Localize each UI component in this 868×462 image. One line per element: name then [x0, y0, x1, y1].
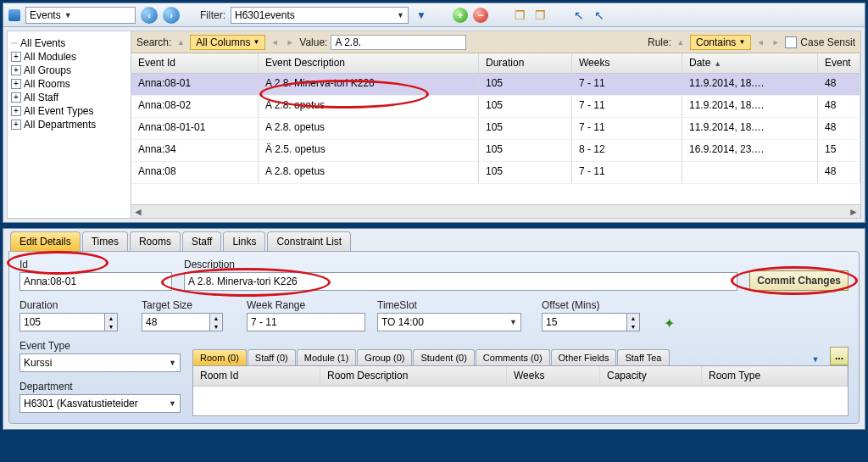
col-room-capacity[interactable]: Capacity	[600, 366, 702, 386]
col-room-id[interactable]: Room Id	[193, 366, 320, 386]
tree-item[interactable]: +All Staff	[11, 91, 127, 104]
tree-item[interactable]: +All Groups	[11, 64, 127, 77]
offset-input[interactable]	[542, 313, 626, 331]
tree-item-label: All Rooms	[24, 78, 70, 90]
rule-label: Rule:	[648, 36, 671, 48]
triangle-up-icon[interactable]: ▲	[675, 36, 687, 48]
star-icon[interactable]: ✦	[664, 315, 675, 331]
tab-constraint-list[interactable]: Constraint List	[267, 231, 351, 251]
duration-spinner[interactable]: ▲▼	[104, 313, 118, 331]
tab-edit-details[interactable]: Edit Details	[10, 231, 81, 251]
tab-rooms[interactable]: Rooms	[130, 231, 181, 251]
tab-overflow-icon[interactable]: ▼	[810, 353, 821, 365]
col-date[interactable]: Date▲	[682, 53, 818, 73]
tab-links[interactable]: Links	[223, 231, 265, 251]
nav-back-button[interactable]: ‹	[141, 7, 158, 24]
case-checkbox[interactable]	[785, 36, 797, 48]
col-room-desc[interactable]: Room Description	[320, 366, 507, 386]
pointer-next-icon[interactable]: ↖	[592, 8, 607, 23]
expand-icon[interactable]: +	[11, 79, 21, 89]
commit-changes-button[interactable]: Commit Changes	[749, 270, 849, 291]
subtab[interactable]: Staff Tea	[617, 349, 669, 365]
pointer-icon[interactable]: ↖	[571, 8, 587, 23]
subtab[interactable]: Room (0)	[192, 349, 247, 365]
duration-input[interactable]	[19, 313, 104, 331]
filter-selector[interactable]: H6301events ▼	[231, 7, 409, 24]
tree-item[interactable]: +All Rooms	[11, 77, 127, 91]
rule-selector[interactable]: Contains▼	[690, 35, 751, 50]
horizontal-scrollbar[interactable]: ◄►	[131, 204, 860, 218]
description-input[interactable]	[184, 272, 737, 291]
tab-times[interactable]: Times	[82, 231, 128, 251]
id-input[interactable]	[19, 272, 172, 291]
main-toolbar: Events ▼ ‹ › Filter: H6301events ▼ ▼ + −…	[3, 3, 865, 27]
col-room-weeks[interactable]: Weeks	[507, 366, 600, 386]
table-row[interactable]: Anna:08-01-01A 2.8. opetus1057 - 1111.9.…	[131, 118, 860, 140]
filter-label: Filter:	[200, 9, 225, 21]
paste-icon[interactable]: ❐	[532, 8, 548, 23]
subtab[interactable]: Comments (0)	[476, 349, 550, 365]
col-room-type[interactable]: Room Type	[702, 366, 848, 386]
tree-item-label: All Modules	[24, 51, 76, 63]
expand-icon[interactable]: +	[11, 65, 21, 75]
timeslot-selector[interactable]: TO 14:00▼	[377, 313, 521, 331]
copy-icon[interactable]: ❐	[512, 8, 527, 23]
search-bar: Search: ▲ All Columns▼ ◄ ► Value: Rule: …	[131, 31, 860, 53]
prev-icon[interactable]: ◄	[269, 36, 281, 48]
expand-icon[interactable]: +	[11, 106, 21, 116]
next-icon[interactable]: ►	[770, 36, 782, 48]
col-description[interactable]: Event Description	[259, 53, 479, 73]
prev-icon[interactable]: ◄	[754, 36, 766, 48]
subtab[interactable]: Group (0)	[357, 349, 412, 365]
col-event-id[interactable]: Event Id	[131, 53, 259, 73]
tab-staff[interactable]: Staff	[182, 231, 221, 251]
target-size-input[interactable]	[142, 313, 209, 331]
book-icon	[8, 9, 20, 21]
tree-item[interactable]: +All Modules	[11, 50, 127, 64]
triangle-up-icon[interactable]: ▲	[175, 36, 186, 48]
subtab[interactable]: Module (1)	[297, 349, 357, 365]
table-row[interactable]: Anna:08-02A 2.8. opetus1057 - 1111.9.201…	[131, 96, 860, 118]
expand-icon[interactable]: +	[11, 92, 21, 103]
target-size-label: Target Size	[142, 299, 235, 311]
expand-icon[interactable]: +	[11, 120, 21, 130]
target-spinner[interactable]: ▲▼	[209, 313, 223, 331]
col-duration[interactable]: Duration	[479, 53, 572, 73]
tree-item[interactable]: ┈All Events	[11, 36, 127, 50]
department-selector[interactable]: H6301 (Kasvatustieteider▼	[19, 394, 181, 413]
tree-item[interactable]: +All Departments	[11, 118, 127, 131]
detail-tabs: Edit DetailsTimesRoomsStaffLinksConstrai…	[3, 229, 865, 251]
event-type-selector[interactable]: Kurssi▼	[19, 353, 181, 372]
more-button[interactable]: ...	[830, 347, 849, 365]
table-row[interactable]: Anna:08A 2.8. opetus1057 - 1148	[131, 162, 860, 184]
next-icon[interactable]: ►	[284, 36, 296, 48]
offset-spinner[interactable]: ▲▼	[626, 313, 640, 331]
entity-selector[interactable]: Events ▼	[25, 7, 136, 24]
subtab[interactable]: Student (0)	[413, 349, 474, 365]
grid-body: Anna:08-01A 2.8. Minerva-tori K2261057 -…	[131, 74, 860, 204]
week-range-input[interactable]	[247, 313, 365, 331]
sort-asc-icon: ▲	[714, 59, 721, 68]
remove-button[interactable]: −	[473, 8, 488, 23]
col-event[interactable]: Event	[818, 53, 860, 73]
add-button[interactable]: +	[453, 8, 468, 23]
col-weeks[interactable]: Weeks	[572, 53, 682, 73]
sub-grid: Room Id Room Description Weeks Capacity …	[192, 365, 849, 416]
tree-item-label: All Events	[20, 37, 65, 49]
tree-item[interactable]: +All Event Types	[11, 104, 127, 118]
table-row[interactable]: Anna:08-01A 2.8. Minerva-tori K2261057 -…	[131, 74, 860, 96]
expand-icon[interactable]: +	[11, 52, 21, 62]
timeslot-label: TimeSlot	[377, 299, 530, 311]
funnel-icon[interactable]: ▼	[414, 8, 429, 23]
subtab[interactable]: Staff (0)	[248, 349, 296, 365]
grid-header: Event Id Event Description Duration Week…	[131, 53, 860, 74]
tree-item-label: All Departments	[24, 119, 96, 131]
tree-item-label: All Event Types	[24, 105, 94, 117]
filter-value: H6301events	[235, 9, 295, 21]
columns-selector[interactable]: All Columns▼	[190, 35, 265, 50]
table-row[interactable]: Anna:34Ä 2.5. opetus1058 - 1216.9.2014, …	[131, 140, 860, 162]
search-value-input[interactable]	[331, 35, 466, 50]
subtab[interactable]: Other Fields	[551, 349, 617, 365]
id-label: Id	[19, 259, 172, 270]
nav-forward-button[interactable]: ›	[163, 7, 180, 24]
